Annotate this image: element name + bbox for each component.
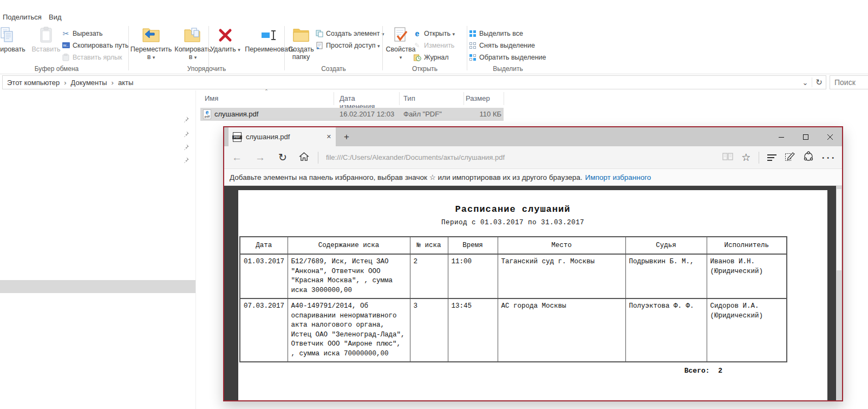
tab-title: слушания.pdf [246,133,322,141]
navpane-divider [195,90,196,409]
pin-icon [182,157,190,164]
easy-access-icon [315,41,323,49]
delete-label: Удалить ▾ [210,46,240,54]
ribbon-group-organize: Переместить в ▾ Копировать в ▾ Удалить ▾ [129,24,284,74]
total-value: 2 [718,367,722,375]
edge-tab-active[interactable]: PDF слушания.pdf ✕ [229,127,336,146]
reading-view-icon[interactable] [722,152,733,163]
edit-label: Изменить [424,42,454,49]
breadcrumb-chevron-icon: › [109,79,116,87]
import-favorites-link[interactable]: Импорт избранного [585,173,651,181]
edit-button[interactable]: ✎ Изменить [413,40,454,51]
col-claim-no: № иска [410,237,448,254]
explorer-address-row: Этот компьютер › Документы › акты ⌄ ↻ По… [0,74,868,90]
favorites-star-icon[interactable]: ☆ [741,151,750,164]
minimize-button[interactable] [769,127,793,146]
column-header-name[interactable]: Имя [205,94,218,102]
paste-shortcut-icon [62,53,70,61]
column-header-type[interactable]: Тип [403,94,415,102]
select-all-button[interactable]: Выделить все [468,28,523,39]
cut-button[interactable]: ✂ Вырезать [62,28,103,39]
table-row: 07.03.2017 А40-149791/2014, Об оспариван… [240,298,787,362]
pdf-scrollbar[interactable] [836,186,842,400]
easy-access-button[interactable]: Простой доступ ▾ [315,40,380,51]
navpane-selected-item[interactable] [0,280,195,293]
open-button[interactable]: e Открыть ▾ [413,28,455,39]
pdf-document-icon: PDF [233,132,242,142]
desktop: Поделиться Вид Копировать Вставить ✂ Выр… [0,0,868,409]
copy-button[interactable]: Копировать [0,26,29,53]
tab-share[interactable]: Поделиться [3,13,42,21]
address-refresh-icon[interactable]: ↻ [812,77,826,87]
group-label-new: Создать [285,65,382,73]
breadcrumb-documents[interactable]: Документы [69,79,109,87]
ribbon-group-select: Выделить все Снять выделение Обратить вы… [467,24,549,74]
col-time: Время [448,237,498,254]
cell-judge: Полуэктова Ф. Ф. [625,298,707,362]
file-row-slushaniya-pdf[interactable]: epdf слушания.pdf 16.02.2017 12:03 Файл … [200,108,504,121]
web-note-icon[interactable] [785,151,795,164]
new-item-icon [315,29,323,37]
more-options-icon[interactable]: • • • [822,154,834,161]
select-none-label: Снять выделение [479,42,535,49]
maximize-icon [802,134,809,140]
pdf-title: Расписание слушаний [238,204,787,215]
breadcrumb-acts[interactable]: акты [116,79,135,87]
col-place: Место [498,237,625,254]
copy-path-button[interactable]: w.. Скопировать путь [62,40,128,51]
close-button[interactable] [818,127,842,146]
refresh-icon[interactable]: ↻ [278,151,287,164]
search-placeholder: Поиск [834,78,856,87]
move-to-button[interactable]: Переместить в ▾ [130,26,172,61]
url-field[interactable]: file:///C:/Users/Alexander/Documents/акт… [326,153,722,161]
table-header-row: Дата Содержание иска № иска Время Место … [240,237,787,254]
cell-date: 01.03.2017 [240,254,288,298]
paste-shortcut-button[interactable]: Вставить ярлык [62,51,122,63]
home-icon[interactable] [299,152,309,164]
properties-label: Свойства ▾ [385,46,416,61]
total-label: Всего: [684,367,710,375]
ribbon-group-new: Создать папку Создать элемент ▾ Простой … [285,24,382,74]
minimize-icon [778,134,785,140]
copy-to-button[interactable]: Копировать в ▾ [173,26,212,61]
copy-icon [0,26,16,44]
properties-button[interactable]: Свойства ▾ [385,26,416,61]
history-button[interactable]: Журнал [413,51,449,63]
col-executor: Исполнитель [707,237,787,254]
breadcrumb-this-pc[interactable]: Этот компьютер [3,79,62,87]
back-icon[interactable]: ← [232,152,242,164]
invert-selection-button[interactable]: Обратить выделение [468,51,546,63]
edit-icon: ✎ [413,41,421,49]
col-judge: Судья [625,237,707,254]
invert-selection-label: Обратить выделение [479,54,546,61]
paste-button[interactable]: Вставить [30,26,62,53]
paste-icon [38,26,54,44]
address-dropdown-icon[interactable]: ⌄ [799,79,812,87]
share-icon[interactable] [803,151,814,164]
paste-shortcut-label: Вставить ярлык [73,54,122,61]
select-none-button[interactable]: Снять выделение [468,40,535,51]
tab-view[interactable]: Вид [49,13,62,21]
address-bar[interactable]: Этот компьютер › Документы › акты ⌄ ↻ [2,75,826,89]
new-folder-icon [293,26,309,44]
ribbon-group-open: Свойства ▾ e Открыть ▾ ✎ Изменить Журнал… [383,24,467,74]
search-input[interactable]: Поиск [830,75,868,89]
new-item-button[interactable]: Создать элемент ▾ [315,28,384,39]
sort-ascending-icon[interactable]: ˆ [265,89,267,96]
maximize-button[interactable] [793,127,818,146]
new-tab-button[interactable]: + [336,127,357,146]
new-folder-button[interactable]: Создать папку [286,26,316,61]
favorites-bar-notice: Добавьте элементы на панель избранного, … [224,169,842,186]
forward-icon[interactable]: → [255,152,265,164]
cell-claim: А40-149791/2014, Об оспаривании ненормат… [288,298,410,362]
tab-close-icon[interactable]: ✕ [327,133,331,140]
cut-label: Вырезать [73,30,103,37]
cell-date: 07.03.2017 [240,298,288,362]
delete-button[interactable]: Удалить ▾ [210,26,240,54]
select-all-icon [468,29,477,37]
group-label-organize: Упорядочить [129,65,284,73]
move-to-icon [142,26,160,44]
pdf-scrollbar-thumb[interactable] [837,189,841,270]
hub-icon[interactable] [767,153,776,163]
column-header-size[interactable]: Размер [466,94,490,102]
